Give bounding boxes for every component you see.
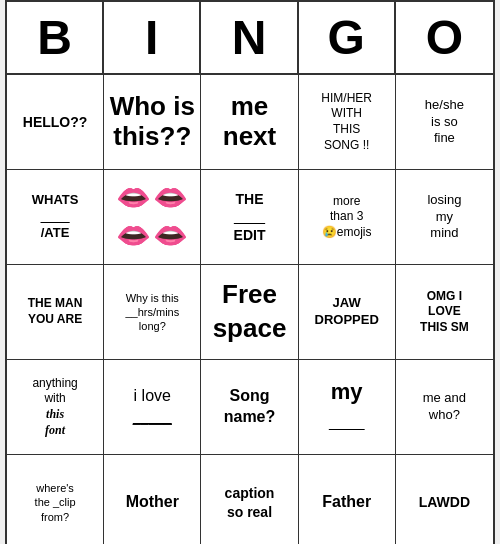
cell-r3c4: JAWDROPPED	[299, 265, 396, 360]
cell-r2c3: THE____EDIT	[201, 170, 298, 265]
header-g: G	[299, 2, 396, 73]
cell-r1c5: he/sheis sofine	[396, 75, 493, 170]
lip-icon-1: 👄	[116, 180, 151, 216]
cell-text: WHATS____/ATE	[32, 192, 79, 243]
cell-text: THE____EDIT	[234, 190, 266, 245]
lips-grid: 👄 👄 👄 👄	[116, 180, 188, 255]
header-o: O	[396, 2, 493, 73]
cell-text: Who isthis??	[110, 92, 195, 152]
cell-r2c5: losingmymind	[396, 170, 493, 265]
cell-text: he/sheis sofine	[425, 97, 464, 148]
cell-text: THE MANYOU ARE	[28, 296, 83, 327]
cell-r3c5: OMG ILOVETHIS SM	[396, 265, 493, 360]
cell-text: LAWDD	[419, 493, 470, 511]
cell-r5c2: Mother	[104, 455, 201, 544]
lip-icon-2: 👄	[153, 180, 188, 216]
header-i: I	[104, 2, 201, 73]
cell-r4c4: my____	[299, 360, 396, 455]
cell-r1c2: Who isthis??	[104, 75, 201, 170]
cell-text: Songname?	[224, 386, 276, 428]
cell-text: Father	[322, 492, 371, 513]
cell-r3c2: Why is this__hrs/minslong?	[104, 265, 201, 360]
cell-text: anythingwiththisfont	[32, 376, 77, 438]
cell-text: where'sthe _clipfrom?	[35, 481, 76, 524]
header-b: B	[7, 2, 104, 73]
cell-r4c5: me andwho?	[396, 360, 493, 455]
cell-text: HELLO??	[23, 113, 88, 131]
cell-text: my____	[329, 378, 365, 435]
cell-r4c1: anythingwiththisfont	[7, 360, 104, 455]
cell-r3c1: THE MANYOU ARE	[7, 265, 104, 360]
bingo-header: B I N G O	[7, 2, 493, 75]
cell-text: menext	[223, 92, 276, 152]
cell-r4c3: Songname?	[201, 360, 298, 455]
cell-text: HIM/HERWITHTHISSONG !!	[321, 91, 372, 153]
cell-text: Mother	[126, 492, 179, 513]
cell-text: OMG ILOVETHIS SM	[420, 289, 469, 336]
cell-text: Why is this__hrs/minslong?	[125, 291, 179, 334]
cell-r5c5: LAWDD	[396, 455, 493, 544]
cell-r5c1: where'sthe _clipfrom?	[7, 455, 104, 544]
cell-r5c4: Father	[299, 455, 396, 544]
lip-icon-4: 👄	[153, 218, 188, 254]
header-n: N	[201, 2, 298, 73]
cell-text: losingmymind	[427, 192, 461, 243]
cell-r2c4: morethan 3😢emojis	[299, 170, 396, 265]
bingo-grid: HELLO?? Who isthis?? menext HIM/HERWITHT…	[7, 75, 493, 544]
cell-r3c3: Freespace	[201, 265, 298, 360]
cell-r4c2: i love_____	[104, 360, 201, 455]
cell-r2c2: 👄 👄 👄 👄	[104, 170, 201, 265]
cell-r2c1: WHATS____/ATE	[7, 170, 104, 265]
bingo-card: B I N G O HELLO?? Who isthis?? menext HI…	[5, 0, 495, 544]
cell-text: Freespace	[213, 278, 287, 346]
cell-r1c1: HELLO??	[7, 75, 104, 170]
lip-icon-3: 👄	[116, 218, 151, 254]
cell-text: morethan 3😢emojis	[322, 194, 372, 241]
cell-text: i love_____	[133, 386, 172, 428]
cell-text: JAWDROPPED	[315, 295, 379, 329]
cell-r1c3: menext	[201, 75, 298, 170]
cell-r1c4: HIM/HERWITHTHISSONG !!	[299, 75, 396, 170]
cell-text: captionso real	[225, 484, 275, 520]
cell-text: me andwho?	[423, 390, 466, 424]
cell-r5c3: captionso real	[201, 455, 298, 544]
